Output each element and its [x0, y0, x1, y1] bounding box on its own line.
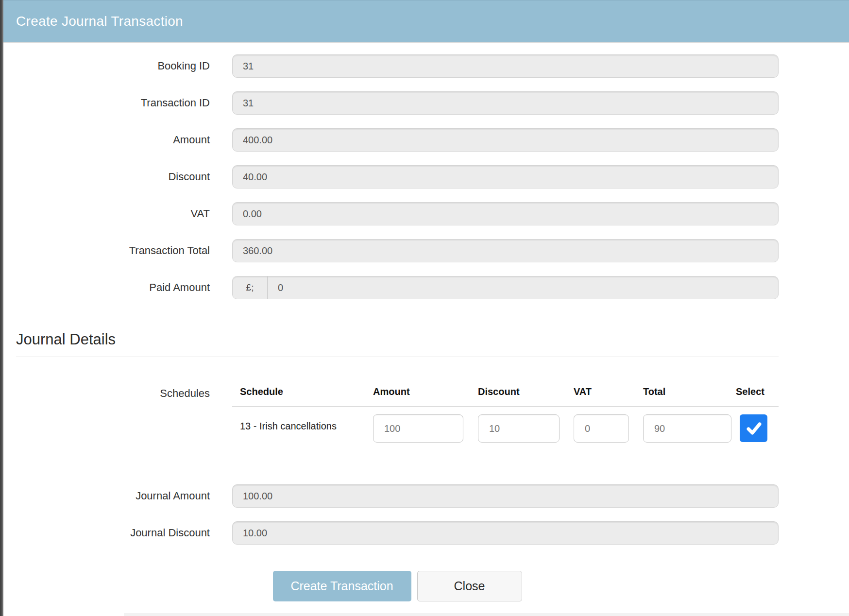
paid-amount-field[interactable] [268, 276, 778, 299]
row-vat-input[interactable] [574, 414, 629, 443]
select-checkbox[interactable] [740, 414, 767, 442]
schedules-table-header: Schedule Amount Discount VAT Total Selec… [232, 386, 779, 407]
booking-id-field[interactable] [232, 54, 779, 78]
form-row-amount: Amount [16, 128, 779, 152]
paid-amount-group: £; [232, 276, 779, 299]
schedules-section: Schedules Schedule Amount Discount VAT T… [16, 386, 779, 443]
paid-amount-label: Paid Amount [16, 281, 232, 294]
form-row-discount: Discount [16, 165, 779, 188]
table-row: 13 - Irish cancellations [232, 414, 779, 443]
schedules-label: Schedules [16, 386, 232, 400]
section-divider [16, 357, 779, 357]
form-row-transaction-total: Transaction Total [16, 239, 779, 262]
amount-field[interactable] [232, 128, 779, 152]
discount-field[interactable] [232, 165, 779, 188]
journal-amount-label: Journal Amount [16, 490, 232, 502]
discount-label: Discount [16, 171, 232, 183]
create-journal-transaction-modal: Create Journal Transaction Booking ID Tr… [3, 0, 849, 601]
form-row-transaction-id: Transaction ID [16, 91, 779, 115]
modal-header: Create Journal Transaction [3, 0, 849, 43]
transaction-id-label: Transaction ID [16, 97, 232, 109]
column-header-discount: Discount [478, 386, 574, 397]
transaction-total-field[interactable] [232, 239, 779, 262]
schedule-name: 13 - Irish cancellations [232, 414, 373, 432]
bottom-page-strip [124, 613, 849, 616]
row-amount-input[interactable] [373, 414, 463, 443]
form-row-vat: VAT [16, 202, 779, 225]
row-total-input[interactable] [643, 414, 731, 443]
form-row-booking-id: Booking ID [16, 54, 779, 78]
close-button[interactable]: Close [417, 571, 522, 601]
booking-id-label: Booking ID [16, 60, 232, 72]
transaction-id-field[interactable] [232, 91, 779, 115]
journal-amount-field[interactable] [232, 484, 779, 508]
vat-label: VAT [16, 207, 232, 220]
modal-footer: Create Transaction Close [16, 571, 779, 601]
checkmark-icon [745, 419, 763, 438]
form-row-paid-amount: Paid Amount £; [16, 276, 779, 299]
column-header-total: Total [643, 386, 736, 397]
schedules-table: Schedule Amount Discount VAT Total Selec… [232, 386, 779, 443]
page-edge-strip [0, 0, 3, 616]
modal-body: Booking ID Transaction ID Amount Discoun… [3, 43, 849, 601]
amount-label: Amount [16, 134, 232, 146]
modal-title: Create Journal Transaction [16, 14, 183, 29]
column-header-amount: Amount [373, 386, 478, 397]
journal-details-heading: Journal Details [16, 330, 779, 349]
journal-discount-field[interactable] [232, 521, 779, 545]
column-header-vat: VAT [574, 386, 643, 397]
journal-discount-label: Journal Discount [16, 527, 232, 539]
journal-summary-fields: Journal Amount Journal Discount [16, 484, 779, 545]
column-header-select: Select [736, 386, 779, 397]
transaction-total-label: Transaction Total [16, 244, 232, 257]
form-row-journal-discount: Journal Discount [16, 521, 779, 545]
column-header-schedule: Schedule [232, 386, 373, 397]
currency-prefix-addon: £; [233, 276, 268, 299]
create-transaction-button[interactable]: Create Transaction [273, 571, 411, 601]
form-row-journal-amount: Journal Amount [16, 484, 779, 508]
vat-field[interactable] [232, 202, 779, 225]
row-discount-input[interactable] [478, 414, 560, 443]
